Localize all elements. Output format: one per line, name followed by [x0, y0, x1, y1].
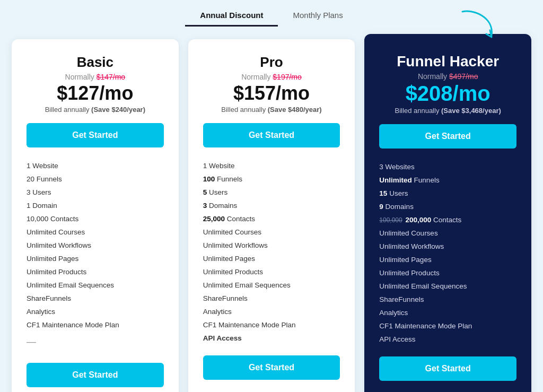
plan-basic-cta-top[interactable]: Get Started	[27, 123, 164, 147]
list-item: ShareFunnels	[379, 293, 516, 306]
list-item: Unlimited Courses	[27, 225, 164, 239]
pricing-tabs: Annual Discount Monthly Plans	[185, 5, 357, 27]
list-item: CF1 Maintenance Mode Plan	[27, 318, 164, 332]
plan-basic-cta-bottom[interactable]: Get Started	[27, 363, 164, 387]
arrow-decoration	[457, 6, 500, 46]
tab-annual[interactable]: Annual Discount	[185, 5, 278, 27]
plan-fh-save: (Save $3,468/year)	[441, 107, 501, 115]
plan-basic-features: 1 Website 20 Funnels 3 Users 1 Domain 10…	[27, 159, 164, 352]
list-item: ShareFunnels	[203, 292, 340, 305]
list-item: CF1 Maintenance Mode Plan	[203, 318, 340, 332]
plan-pro-main-price: $157/mo	[203, 82, 340, 104]
list-item: 10,000 Contacts	[27, 212, 164, 225]
list-item: 25,000 Contacts	[203, 212, 340, 225]
plan-pro-strikethrough: $197/mo	[273, 73, 301, 81]
list-item: —	[27, 332, 164, 352]
list-item: Analytics	[379, 306, 516, 319]
pricing-cards: Basic Normally $147/mo $127/mo Billed an…	[12, 39, 531, 392]
list-item: Unlimited Products	[27, 265, 164, 278]
plan-pro-cta-top[interactable]: Get Started	[203, 123, 340, 147]
list-item: 100,000 200,000 Contacts	[379, 213, 516, 227]
list-item: 20 Funnels	[27, 172, 164, 186]
plan-fh-billing: Billed annually (Save $3,468/year)	[379, 107, 516, 115]
plan-fh-strikethrough: $497/mo	[449, 72, 478, 81]
plan-basic-normal-price: Normally $147/mo	[27, 73, 164, 81]
list-item: ShareFunnels	[27, 292, 164, 305]
list-item: 3 Websites	[379, 160, 516, 173]
list-item: Unlimited Products	[379, 266, 516, 280]
plan-fh-name: Funnel Hacker	[379, 53, 516, 70]
plan-fh-cta-top[interactable]: Get Started	[379, 124, 516, 149]
list-item: Unlimited Email Sequences	[27, 278, 164, 292]
plan-pro-features: 1 Website 100 Funnels 5 Users 3 Domains …	[203, 159, 340, 345]
list-item: 1 Website	[27, 159, 164, 172]
list-item: 3 Users	[27, 186, 164, 199]
plan-funnel-hacker: Funnel Hacker Normally $497/mo $208/mo B…	[364, 34, 531, 392]
plan-pro-name: Pro	[203, 54, 340, 71]
list-item: API Access	[379, 333, 516, 346]
list-item: Unlimited Products	[203, 265, 340, 278]
list-item: Unlimited Pages	[27, 252, 164, 265]
plan-pro-save: (Save $480/year)	[268, 106, 322, 114]
list-item: Unlimited Courses	[203, 225, 340, 239]
tab-monthly[interactable]: Monthly Plans	[278, 5, 357, 27]
plan-basic-billing: Billed annually (Save $240/year)	[27, 106, 164, 114]
list-item: Unlimited Pages	[203, 252, 340, 265]
plan-basic-main-price: $127/mo	[27, 82, 164, 104]
list-item: Unlimited Email Sequences	[203, 278, 340, 292]
list-item: Analytics	[27, 305, 164, 318]
plan-pro-billing: Billed annually (Save $480/year)	[203, 106, 340, 114]
list-item: CF1 Maintenance Mode Plan	[379, 319, 516, 333]
plan-fh-normal-price: Normally $497/mo	[379, 72, 516, 81]
list-item: 5 Users	[203, 186, 340, 199]
plan-basic-strikethrough: $147/mo	[97, 73, 125, 81]
list-item: Unlimited Email Sequences	[379, 280, 516, 293]
plan-basic-save: (Save $240/year)	[91, 106, 145, 114]
list-item: Unlimited Courses	[379, 227, 516, 240]
plan-pro: Pro Normally $197/mo $157/mo Billed annu…	[188, 39, 355, 392]
list-item: Unlimited Pages	[379, 253, 516, 266]
list-item: Analytics	[203, 305, 340, 318]
list-item: Unlimited Workflows	[379, 240, 516, 253]
plan-fh-cta-bottom[interactable]: Get Started	[379, 356, 516, 381]
list-item: 15 Users	[379, 187, 516, 200]
list-item: 1 Domain	[27, 199, 164, 212]
plan-pro-normal-price: Normally $197/mo	[203, 73, 340, 81]
plan-basic: Basic Normally $147/mo $127/mo Billed an…	[12, 39, 179, 392]
plan-fh-features: 3 Websites Unlimited Funnels 15 Users 9 …	[379, 160, 516, 346]
list-item: 9 Domains	[379, 200, 516, 213]
list-item: Unlimited Workflows	[203, 239, 340, 252]
list-item: 3 Domains	[203, 199, 340, 212]
list-item: Unlimited Funnels	[379, 173, 516, 187]
plan-fh-main-price: $208/mo	[379, 82, 516, 106]
list-item: 1 Website	[203, 159, 340, 172]
list-item: API Access	[203, 332, 340, 345]
list-item: Unlimited Workflows	[27, 239, 164, 252]
list-item: 100 Funnels	[203, 172, 340, 186]
plan-basic-name: Basic	[27, 54, 164, 71]
plan-pro-cta-bottom[interactable]: Get Started	[203, 355, 340, 380]
